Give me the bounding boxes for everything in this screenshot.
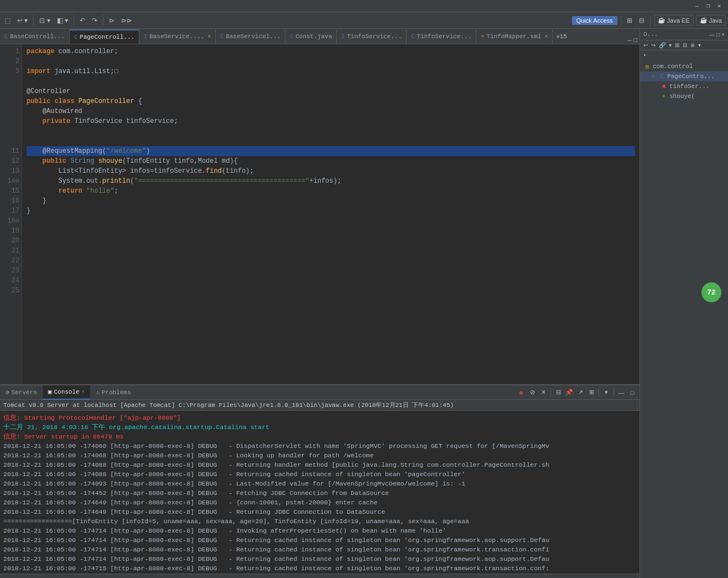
rp-btn-5[interactable]: ⊞ — [674, 42, 680, 49]
console-line: 2018-12-21 16:05:00 -174714 [http-apr-80… — [3, 526, 636, 535]
perspective-java[interactable]: ☕ Java — [696, 15, 726, 25]
minimize-button[interactable]: — — [693, 2, 701, 11]
close-button[interactable]: ✕ — [715, 2, 724, 11]
tab-pagecontroller[interactable]: C PageControll... — [70, 29, 139, 44]
console-line: 2018-12-21 16:05:00 -174714 [http-apr-80… — [3, 545, 636, 554]
console-scrollbar[interactable] — [0, 574, 639, 578]
tab-icon-4: C — [220, 34, 223, 40]
scroll-lock-button[interactable]: ⊟ — [553, 388, 563, 398]
toolbar-btn-7[interactable]: ⊳ — [107, 16, 117, 25]
tree-item-com-control[interactable]: ⊞ com.control — [640, 61, 728, 71]
tab-servers[interactable]: ⚙ Servers — [0, 385, 43, 400]
bottom-panel: ⚙ Servers ▣ Console × ⚠ Problems ■ ⊘ ✕ — [0, 384, 639, 578]
rp-btn-4[interactable]: ▾ — [668, 42, 673, 49]
tab-tinfoservice1[interactable]: I TinfoService... — [337, 29, 407, 44]
code-line-2 — [27, 56, 635, 66]
maximize-console[interactable]: □ — [627, 388, 637, 398]
right-panel: O... — □ × ↩ ↪ 🔗 ▾ ⊞ ⊟ ⊛ ▾ ▸ ⊞ com.contr… — [639, 29, 728, 578]
tab-icon-3: I — [144, 34, 147, 40]
title-bar: — ❐ ✕ — [0, 0, 728, 12]
tree-item-shouye[interactable]: ● shouye( — [640, 91, 728, 101]
tab-icon-8: × — [481, 34, 484, 40]
servers-icon: ⚙ — [6, 389, 9, 396]
code-line-25 — [27, 216, 635, 226]
close-icon-8[interactable]: × — [544, 34, 548, 40]
console-icon: ▣ — [48, 388, 52, 395]
console-content[interactable]: 信息: Starting ProtocolHandler ["ajp-apr-8… — [0, 411, 639, 574]
stop-button[interactable]: ■ — [516, 388, 526, 398]
console-line: 2018-12-21 16:05:00 -174649 [http-apr-80… — [3, 507, 636, 517]
minimize-console[interactable]: — — [616, 388, 626, 398]
perspective-javaee[interactable]: ☕ Java EE — [654, 15, 694, 25]
toolbar-btn-1[interactable]: ⬚ — [2, 16, 13, 25]
overlay-badge: 72 — [701, 282, 721, 302]
code-line-23: } — [27, 196, 635, 206]
tab-baseservicel[interactable]: C BaseServicel... — [216, 29, 285, 44]
tab-basecontroller[interactable]: C BaseControll... — [0, 29, 70, 44]
code-line-3: import java.util.List;□ — [27, 66, 635, 76]
tab-constjava[interactable]: C Const.java — [285, 29, 337, 44]
editor-content: 1 2 3 11 12 13 14⊖ 15 16 17 18⊖ 19 20 21… — [0, 44, 639, 384]
tab-icon-1: C — [4, 34, 8, 40]
code-line-17 — [27, 136, 635, 146]
toolbar-btn-5[interactable]: ↶ — [77, 16, 87, 25]
code-line-12: @Controller — [27, 86, 635, 96]
right-panel-expand: ▸ — [640, 50, 728, 59]
console-close-icon[interactable]: × — [82, 389, 85, 395]
disconnect-button[interactable]: ⊘ — [527, 388, 537, 398]
code-line-15: private TinfoService tinfoService; — [27, 116, 635, 126]
view-menu-button[interactable]: ▾ — [601, 388, 611, 398]
rp-btn-2[interactable]: ↪ — [650, 42, 657, 49]
toolbar-btn-2[interactable]: ↩ ▾ — [15, 16, 30, 25]
sep2 — [74, 15, 74, 26]
console-line: 十二月 21, 2018 4:03:16 下午 org.apache.catal… — [3, 422, 636, 432]
rp-close[interactable]: × — [721, 32, 725, 38]
main-area: C BaseControll... C PageControll... I Ba… — [0, 29, 728, 578]
pin-button[interactable]: 📌 — [564, 388, 574, 398]
rp-minimize[interactable]: — — [709, 32, 715, 38]
tab-baseservice[interactable]: I BaseService.... × — [139, 29, 216, 44]
rp-btn-8[interactable]: ▾ — [697, 42, 702, 49]
code-line-1: package com.controller; — [27, 47, 635, 56]
rp-maximize[interactable]: □ — [716, 32, 720, 38]
tab-tinfoservice2[interactable]: C TinfoService... — [407, 29, 476, 44]
console-line: 2018-12-21 16:05:00 -174060 [http-apr-80… — [3, 441, 636, 451]
right-panel-tree: ⊞ com.control ▾ C PageContro... ■ tinfoS… — [640, 59, 728, 578]
tab-icon-6: I — [341, 34, 345, 40]
rp-btn-3[interactable]: 🔗 — [658, 42, 667, 49]
tree-item-pagecontroller[interactable]: ▾ C PageContro... — [640, 71, 728, 81]
new-console-button[interactable]: ⊞ — [586, 388, 596, 398]
console-line: 2018-12-21 16:05:00 -174649 [http-apr-80… — [3, 498, 636, 507]
remove-button[interactable]: ✕ — [538, 388, 548, 398]
toolbar-btn-3[interactable]: ⊡ ▾ — [37, 16, 52, 25]
right-panel-toolbar: ↩ ↪ 🔗 ▾ ⊞ ⊟ ⊛ ▾ — [640, 40, 728, 50]
editor-minimize[interactable]: — — [628, 37, 632, 44]
tree-item-tinfoser[interactable]: ■ tinfoSer... — [640, 81, 728, 91]
console-line: ==================[TinfoEntity [infoId=5… — [3, 517, 636, 526]
toolbar-icon-2[interactable]: ⊟ — [637, 16, 647, 25]
tab-tinfomapper[interactable]: × TinfoMapper.xml × — [476, 29, 553, 44]
rp-btn-7[interactable]: ⊛ — [689, 42, 696, 49]
line-numbers: 1 2 3 11 12 13 14⊖ 15 16 17 18⊖ 19 20 21… — [0, 44, 22, 384]
toolbar-btn-6[interactable]: ↷ — [90, 16, 100, 25]
console-line: 2018-12-21 16:05:00 -174714 [http-apr-80… — [3, 554, 636, 564]
method-icon: ● — [660, 92, 668, 100]
tab-overflow[interactable]: »15 — [553, 33, 570, 40]
toolbar-icon-1[interactable]: ⊞ — [625, 16, 635, 25]
quick-access-button[interactable]: Quick Access — [572, 16, 617, 25]
tab-problems[interactable]: ⚠ Problems — [90, 385, 136, 400]
rp-btn-6[interactable]: ⊟ — [682, 42, 688, 49]
rp-btn-1[interactable]: ↩ — [642, 42, 649, 49]
toolbar-btn-4[interactable]: ◧ ▾ — [55, 16, 70, 25]
maximize-button[interactable]: ❐ — [704, 2, 713, 11]
console-line: 信息: Starting ProtocolHandler ["ajp-apr-8… — [3, 413, 636, 422]
editor-maximize[interactable]: □ — [633, 37, 637, 44]
toolbar-btn-8[interactable]: ⊳⊳ — [119, 16, 134, 25]
close-icon-3[interactable]: × — [207, 34, 211, 40]
open-console-button[interactable]: ↗ — [575, 388, 585, 398]
code-area[interactable]: package com.controller; import java.util… — [22, 44, 639, 384]
console-line: 2018-12-21 16:05:00 -174452 [http-apr-80… — [3, 488, 636, 498]
tab-icon-5: C — [290, 34, 293, 40]
tab-console[interactable]: ▣ Console × — [43, 385, 90, 400]
javaee-icon: ☕ — [658, 17, 665, 24]
